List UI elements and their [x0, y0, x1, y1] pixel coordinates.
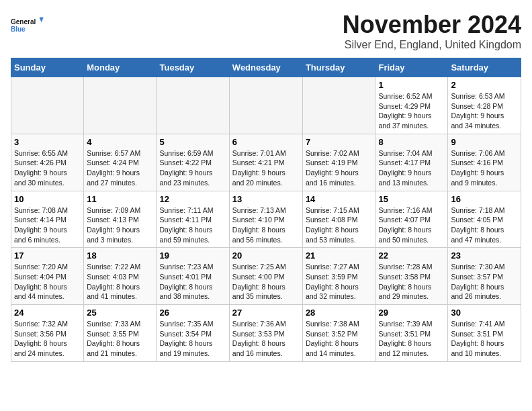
day-number: 5: [159, 137, 226, 147]
day-number: 10: [14, 194, 81, 204]
week-row-5: 24Sunrise: 7:32 AM Sunset: 3:56 PM Dayli…: [11, 305, 521, 362]
day-number: 1: [378, 80, 445, 90]
calendar-cell: 13Sunrise: 7:13 AM Sunset: 4:10 PM Dayli…: [229, 191, 302, 248]
calendar-cell: 22Sunrise: 7:28 AM Sunset: 3:58 PM Dayli…: [375, 248, 448, 305]
day-number: 29: [378, 308, 445, 318]
day-info: Sunrise: 7:23 AM Sunset: 4:01 PM Dayligh…: [159, 262, 226, 302]
calendar-cell: 26Sunrise: 7:35 AM Sunset: 3:54 PM Dayli…: [157, 305, 229, 362]
day-info: Sunrise: 7:36 AM Sunset: 3:53 PM Dayligh…: [232, 319, 300, 359]
calendar-cell: [302, 77, 375, 134]
day-info: Sunrise: 7:22 AM Sunset: 4:03 PM Dayligh…: [87, 262, 153, 302]
day-info: Sunrise: 7:09 AM Sunset: 4:13 PM Dayligh…: [87, 205, 153, 245]
day-info: Sunrise: 7:28 AM Sunset: 3:58 PM Dayligh…: [378, 262, 445, 302]
calendar-cell: [11, 77, 84, 134]
day-number: 25: [87, 308, 153, 318]
day-number: 12: [159, 194, 226, 204]
calendar-cell: 9Sunrise: 7:06 AM Sunset: 4:16 PM Daylig…: [448, 134, 521, 191]
calendar-cell: 3Sunrise: 6:55 AM Sunset: 4:26 PM Daylig…: [11, 134, 84, 191]
day-number: 20: [232, 250, 300, 261]
day-number: 24: [14, 308, 81, 318]
day-info: Sunrise: 7:01 AM Sunset: 4:21 PM Dayligh…: [232, 148, 300, 188]
calendar-cell: 5Sunrise: 6:59 AM Sunset: 4:22 PM Daylig…: [157, 134, 229, 191]
day-info: Sunrise: 7:41 AM Sunset: 3:51 PM Dayligh…: [451, 319, 518, 359]
day-info: Sunrise: 7:08 AM Sunset: 4:14 PM Dayligh…: [14, 205, 81, 245]
weekday-header-tuesday: Tuesday: [157, 58, 229, 77]
calendar-cell: 6Sunrise: 7:01 AM Sunset: 4:21 PM Daylig…: [229, 134, 302, 191]
day-info: Sunrise: 7:18 AM Sunset: 4:05 PM Dayligh…: [451, 205, 518, 245]
day-info: Sunrise: 7:35 AM Sunset: 3:54 PM Dayligh…: [159, 319, 226, 359]
day-info: Sunrise: 7:27 AM Sunset: 3:59 PM Dayligh…: [306, 262, 373, 302]
calendar-cell: 24Sunrise: 7:32 AM Sunset: 3:56 PM Dayli…: [11, 305, 84, 362]
day-number: 19: [159, 250, 226, 261]
calendar-cell: 21Sunrise: 7:27 AM Sunset: 3:59 PM Dayli…: [302, 248, 375, 305]
calendar-cell: 19Sunrise: 7:23 AM Sunset: 4:01 PM Dayli…: [157, 248, 229, 305]
day-number: 11: [87, 194, 153, 204]
logo-svg: General Blue: [11, 11, 44, 41]
calendar-cell: 11Sunrise: 7:09 AM Sunset: 4:13 PM Dayli…: [84, 191, 157, 248]
day-info: Sunrise: 7:04 AM Sunset: 4:17 PM Dayligh…: [378, 148, 445, 188]
location: Silver End, England, United Kingdom: [343, 39, 521, 51]
day-info: Sunrise: 6:55 AM Sunset: 4:26 PM Dayligh…: [14, 148, 81, 188]
calendar-cell: 23Sunrise: 7:30 AM Sunset: 3:57 PM Dayli…: [448, 248, 521, 305]
day-number: 27: [232, 308, 300, 318]
svg-text:General: General: [11, 18, 36, 26]
calendar-cell: 8Sunrise: 7:04 AM Sunset: 4:17 PM Daylig…: [375, 134, 448, 191]
day-number: 4: [87, 137, 153, 147]
header: General Blue November 2024 Silver End, E…: [11, 11, 521, 51]
day-info: Sunrise: 7:39 AM Sunset: 3:51 PM Dayligh…: [378, 319, 445, 359]
calendar-cell: 29Sunrise: 7:39 AM Sunset: 3:51 PM Dayli…: [375, 305, 448, 362]
day-info: Sunrise: 6:59 AM Sunset: 4:22 PM Dayligh…: [159, 148, 226, 188]
calendar-cell: 4Sunrise: 6:57 AM Sunset: 4:24 PM Daylig…: [84, 134, 157, 191]
day-number: 15: [378, 194, 445, 204]
calendar-cell: 18Sunrise: 7:22 AM Sunset: 4:03 PM Dayli…: [84, 248, 157, 305]
title-area: November 2024 Silver End, England, Unite…: [343, 11, 521, 51]
day-info: Sunrise: 7:16 AM Sunset: 4:07 PM Dayligh…: [378, 205, 445, 245]
day-number: 9: [451, 137, 518, 147]
day-number: 13: [232, 194, 300, 204]
week-row-2: 3Sunrise: 6:55 AM Sunset: 4:26 PM Daylig…: [11, 134, 521, 191]
svg-marker-2: [40, 17, 44, 23]
day-info: Sunrise: 6:52 AM Sunset: 4:29 PM Dayligh…: [378, 91, 445, 131]
calendar-cell: 30Sunrise: 7:41 AM Sunset: 3:51 PM Dayli…: [448, 305, 521, 362]
day-info: Sunrise: 7:06 AM Sunset: 4:16 PM Dayligh…: [451, 148, 518, 188]
week-row-1: 1Sunrise: 6:52 AM Sunset: 4:29 PM Daylig…: [11, 77, 521, 134]
day-number: 21: [306, 250, 373, 261]
day-number: 7: [306, 137, 373, 147]
day-number: 26: [159, 308, 226, 318]
day-info: Sunrise: 7:33 AM Sunset: 3:55 PM Dayligh…: [87, 319, 153, 359]
calendar: SundayMondayTuesdayWednesdayThursdayFrid…: [11, 58, 521, 362]
week-row-4: 17Sunrise: 7:20 AM Sunset: 4:04 PM Dayli…: [11, 248, 521, 305]
day-number: 2: [451, 80, 518, 90]
week-row-3: 10Sunrise: 7:08 AM Sunset: 4:14 PM Dayli…: [11, 191, 521, 248]
weekday-header-monday: Monday: [84, 58, 157, 77]
day-number: 8: [378, 137, 445, 147]
calendar-cell: 17Sunrise: 7:20 AM Sunset: 4:04 PM Dayli…: [11, 248, 84, 305]
calendar-cell: 2Sunrise: 6:53 AM Sunset: 4:28 PM Daylig…: [448, 77, 521, 134]
weekday-header-thursday: Thursday: [302, 58, 375, 77]
day-info: Sunrise: 6:57 AM Sunset: 4:24 PM Dayligh…: [87, 148, 153, 188]
day-info: Sunrise: 7:20 AM Sunset: 4:04 PM Dayligh…: [14, 262, 81, 302]
month-title: November 2024: [343, 11, 521, 39]
weekday-header-row: SundayMondayTuesdayWednesdayThursdayFrid…: [11, 58, 521, 77]
day-number: 16: [451, 194, 518, 204]
calendar-cell: 27Sunrise: 7:36 AM Sunset: 3:53 PM Dayli…: [229, 305, 302, 362]
weekday-header-friday: Friday: [375, 58, 448, 77]
day-number: 23: [451, 250, 518, 261]
day-number: 6: [232, 137, 300, 147]
day-info: Sunrise: 7:25 AM Sunset: 4:00 PM Dayligh…: [232, 262, 300, 302]
day-info: Sunrise: 7:11 AM Sunset: 4:11 PM Dayligh…: [159, 205, 226, 245]
day-info: Sunrise: 6:53 AM Sunset: 4:28 PM Dayligh…: [451, 91, 518, 131]
day-number: 28: [306, 308, 373, 318]
calendar-cell: 15Sunrise: 7:16 AM Sunset: 4:07 PM Dayli…: [375, 191, 448, 248]
calendar-cell: 25Sunrise: 7:33 AM Sunset: 3:55 PM Dayli…: [84, 305, 157, 362]
day-number: 22: [378, 250, 445, 261]
day-info: Sunrise: 7:02 AM Sunset: 4:19 PM Dayligh…: [306, 148, 373, 188]
calendar-cell: [229, 77, 302, 134]
day-number: 18: [87, 250, 153, 261]
calendar-cell: [157, 77, 229, 134]
calendar-cell: [84, 77, 157, 134]
calendar-cell: 1Sunrise: 6:52 AM Sunset: 4:29 PM Daylig…: [375, 77, 448, 134]
day-number: 14: [306, 194, 373, 204]
day-info: Sunrise: 7:32 AM Sunset: 3:56 PM Dayligh…: [14, 319, 81, 359]
calendar-cell: 20Sunrise: 7:25 AM Sunset: 4:00 PM Dayli…: [229, 248, 302, 305]
